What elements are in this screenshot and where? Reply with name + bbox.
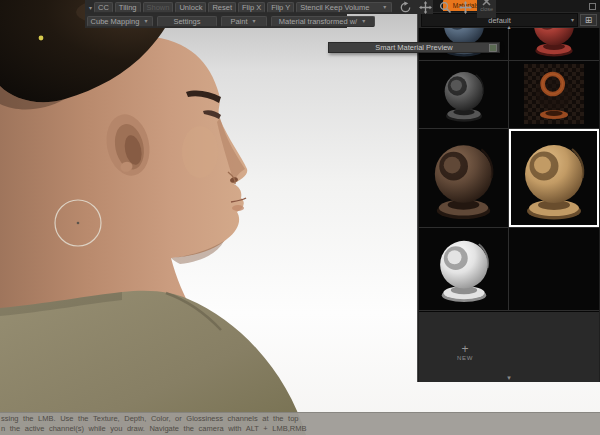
flip-y-button[interactable]: Flip Y bbox=[267, 2, 294, 13]
chevron-down-icon[interactable]: ▾ bbox=[89, 4, 92, 11]
stencil-nav-icons bbox=[399, 1, 472, 14]
chevron-down-icon: ▾ bbox=[144, 17, 147, 26]
new-folder-icon[interactable]: ⊞ bbox=[580, 14, 597, 26]
material-thumb-brown-fabric[interactable] bbox=[419, 129, 508, 227]
status-bar: ssing the LMB. Use the Texture, Depth, C… bbox=[0, 412, 600, 435]
lower-lip bbox=[232, 205, 244, 211]
settings-label: Settings bbox=[173, 17, 200, 26]
tooltip-pin-icon bbox=[489, 44, 497, 54]
scroll-up-icon[interactable]: ▴ bbox=[507, 25, 510, 30]
chevron-down-icon: ▾ bbox=[362, 17, 365, 26]
material-transform-label: Material transformed w/ bbox=[279, 17, 357, 26]
shader-ball bbox=[509, 133, 599, 223]
panel-footer: + NEW ▾ bbox=[419, 312, 599, 382]
close-label: close bbox=[480, 6, 493, 12]
zoom-icon[interactable] bbox=[439, 1, 452, 14]
close-stencil-button[interactable]: close bbox=[477, 0, 496, 18]
mapping-label: Cube Mapping bbox=[91, 17, 140, 26]
paint-toolbar-row2: Cube Mapping ▾ Settings Paint ▾ Material… bbox=[85, 14, 347, 28]
tiling-button[interactable]: Tiling bbox=[115, 2, 141, 13]
plus-icon: + bbox=[446, 344, 484, 355]
chevron-down-icon: ▾ bbox=[383, 3, 386, 12]
paint-dropdown[interactable]: Paint ▾ bbox=[221, 16, 267, 27]
shown-button[interactable]: Shown bbox=[143, 2, 174, 13]
scroll-down-icon[interactable]: ▾ bbox=[507, 375, 511, 381]
preset-dropdown[interactable]: default ▾ bbox=[421, 13, 578, 27]
material-transform-dropdown[interactable]: Material transformed w/ ▾ bbox=[271, 16, 375, 27]
material-thumb-tan-fabric[interactable] bbox=[509, 129, 599, 227]
tooltip-smart-material-preview: Smart Material Preview bbox=[328, 42, 500, 53]
preset-row: default ▾ ⊞ ▴ bbox=[418, 12, 600, 28]
pan-icon[interactable] bbox=[419, 1, 432, 14]
move-icon[interactable] bbox=[459, 1, 472, 14]
empty-material-slot bbox=[509, 228, 599, 310]
status-line-1: ssing the LMB. Use the Texture, Depth, C… bbox=[0, 414, 600, 424]
panel-options-icon[interactable] bbox=[589, 3, 596, 10]
unlock-button[interactable]: Unlock bbox=[175, 2, 206, 13]
stencil-mode-dropdown[interactable]: Stencil Keep Volume ▾ bbox=[296, 2, 392, 13]
stencil-mode-label: Stencil Keep Volume bbox=[300, 3, 369, 12]
shader-ball bbox=[419, 133, 508, 223]
status-line-2: n the active channel(s) while you draw. … bbox=[0, 424, 600, 434]
rotate-icon[interactable] bbox=[399, 1, 412, 14]
new-material-button[interactable]: + NEW bbox=[446, 344, 484, 362]
settings-button[interactable]: Settings bbox=[157, 16, 217, 27]
material-thumb-white-gloss[interactable] bbox=[419, 228, 508, 310]
smart-materials-panel: Materials default ▾ ⊞ ▴ bbox=[417, 0, 600, 382]
stencil-toolbar-row1: ▾ CC Tiling Shown Unlock Reset Flip X Fl… bbox=[85, 0, 433, 14]
tooltip-text: Smart Material Preview bbox=[375, 43, 453, 52]
shader-ring bbox=[524, 64, 584, 124]
chevron-down-icon: ▾ bbox=[253, 17, 256, 26]
shader-ball bbox=[523, 28, 585, 59]
shader-ball bbox=[427, 231, 501, 305]
materials-grid bbox=[419, 28, 599, 312]
cheek-highlight bbox=[182, 126, 218, 178]
app-window: ▾ CC Tiling Shown Unlock Reset Flip X Fl… bbox=[0, 0, 600, 435]
new-material-label: NEW bbox=[446, 355, 484, 362]
reference-dot bbox=[39, 36, 44, 41]
cc-button[interactable]: CC bbox=[94, 2, 113, 13]
flip-x-button[interactable]: Flip X bbox=[238, 2, 265, 13]
shader-ball bbox=[434, 64, 494, 124]
paint-label: Paint bbox=[230, 17, 247, 26]
mapping-dropdown[interactable]: Cube Mapping ▾ bbox=[87, 16, 153, 27]
chevron-down-icon: ▾ bbox=[571, 16, 574, 23]
material-thumb-red-fabric[interactable] bbox=[509, 28, 599, 60]
material-thumb-rust-ring[interactable] bbox=[509, 61, 599, 128]
material-thumb-gray-matte[interactable] bbox=[419, 61, 508, 128]
reset-button[interactable]: Reset bbox=[208, 2, 236, 13]
